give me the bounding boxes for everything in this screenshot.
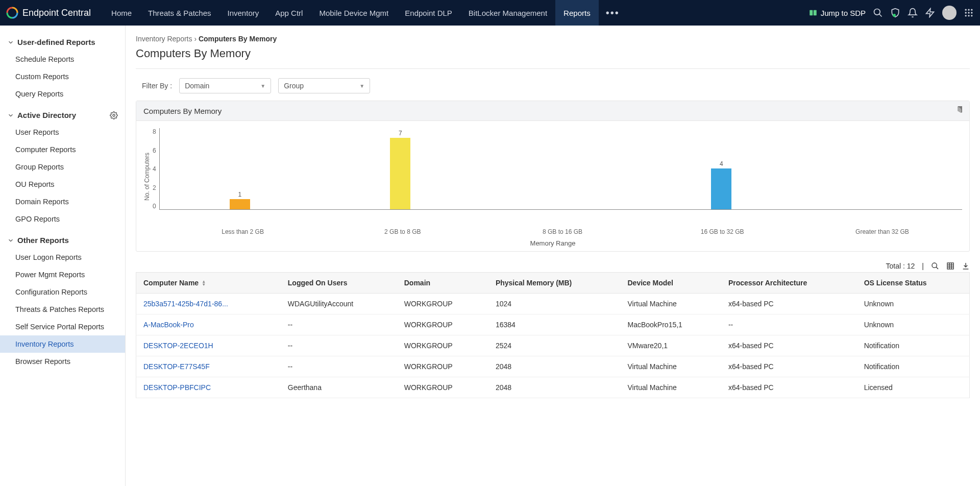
table-cell: Virtual Machine (620, 294, 721, 314)
sdp-icon (808, 8, 818, 17)
chart-body: No. of Computers 86420 174 Less than 2 G… (136, 121, 969, 251)
table-cell: Unknown (857, 314, 970, 335)
bar-value-label: 1 (238, 191, 242, 198)
col-physical-memory-mb-[interactable]: Physical Memory (MB) (488, 273, 621, 294)
nav-item-endpoint-dlp[interactable]: Endpoint DLP (397, 0, 460, 26)
shield-icon[interactable] (890, 8, 900, 18)
col-processor-architecture[interactable]: Processor Architecture (721, 273, 857, 294)
nav-item-threats-patches[interactable]: Threats & Patches (140, 0, 219, 26)
table-cell: x64-based PC (721, 294, 857, 314)
avatar[interactable] (942, 6, 957, 20)
sidebar-item-browser-reports[interactable]: Browser Reports (0, 353, 125, 370)
table-cell: Geerthana (281, 377, 397, 398)
svg-point-8 (971, 9, 972, 11)
brand[interactable]: Endpoint Central (6, 7, 91, 19)
gear-icon[interactable] (110, 111, 118, 119)
table-row: 25b3a571-425b-47d1-86...WDAGUtilityAccou… (136, 294, 970, 314)
sidebar-item-schedule-reports[interactable]: Schedule Reports (0, 51, 125, 68)
breadcrumb-parent[interactable]: Inventory Reports (136, 35, 192, 43)
breadcrumb-sep: › (194, 35, 199, 43)
nav-item-inventory[interactable]: Inventory (219, 0, 267, 26)
filter-label: Filter By : (142, 82, 172, 90)
chart-card-header: Computers By Memory (136, 101, 969, 121)
nav-more-icon[interactable]: ••• (599, 7, 627, 19)
chart-card: Computers By Memory No. of Computers 864… (136, 101, 970, 252)
sidebar-item-ou-reports[interactable]: OU Reports (0, 176, 125, 193)
col-os-license-status[interactable]: OS License Status (857, 273, 970, 294)
table-cell: -- (281, 335, 397, 356)
svg-point-14 (971, 15, 972, 16)
svg-point-11 (971, 12, 972, 13)
sidebar-item-threats-patches-reports[interactable]: Threats & Patches Reports (0, 301, 125, 318)
table-export-icon[interactable] (962, 262, 970, 270)
table-cell: Licensed (857, 377, 970, 398)
sidebar-item-self-service-portal-reports[interactable]: Self Service Portal Reports (0, 318, 125, 335)
computer-name-link[interactable]: DESKTOP-PBFCIPC (136, 377, 281, 398)
table-cell: WORKGROUP (397, 377, 488, 398)
divider (136, 68, 970, 69)
pie-chart-icon[interactable] (953, 106, 962, 115)
x-tick-label: 2 GB to 8 GB (323, 225, 482, 235)
bar[interactable] (390, 138, 410, 209)
table-row: DESKTOP-PBFCIPCGeerthanaWORKGROUP2048Vir… (136, 377, 970, 398)
computer-name-link[interactable]: 25b3a571-425b-47d1-86... (136, 294, 281, 314)
x-axis-ticks: Less than 2 GB2 GB to 8 GB8 GB to 16 GB1… (163, 225, 962, 235)
sidebar-section-other-reports[interactable]: Other Reports (0, 232, 125, 249)
table-columns-icon[interactable] (946, 262, 954, 270)
table-cell: x64-based PC (721, 335, 857, 356)
sidebar-section-user-defined-reports[interactable]: User-defined Reports (0, 34, 125, 51)
sidebar-item-power-mgmt-reports[interactable]: Power Mgmt Reports (0, 266, 125, 283)
sidebar-item-configuration-reports[interactable]: Configuration Reports (0, 283, 125, 301)
sidebar-item-custom-reports[interactable]: Custom Reports (0, 68, 125, 85)
bolt-icon[interactable] (925, 8, 935, 18)
bar[interactable] (711, 168, 731, 209)
sidebar-item-inventory-reports[interactable]: Inventory Reports (0, 335, 125, 353)
main-content: Inventory Reports › Computers By Memory … (126, 26, 980, 486)
bell-icon[interactable] (908, 8, 918, 18)
table-search-icon[interactable] (931, 262, 939, 270)
sidebar-item-query-reports[interactable]: Query Reports (0, 85, 125, 103)
col-logged-on-users[interactable]: Logged On Users (281, 273, 397, 294)
nav-item-bitlocker-management[interactable]: BitLocker Management (460, 0, 555, 26)
sidebar-item-domain-reports[interactable]: Domain Reports (0, 193, 125, 210)
table-cell: 2524 (488, 335, 621, 356)
svg-point-13 (968, 15, 969, 16)
nav-items: HomeThreats & PatchesInventoryApp CtrlMo… (103, 0, 808, 26)
nav-item-reports[interactable]: Reports (555, 0, 599, 26)
table-toolbar: Total : 12 | (136, 262, 970, 270)
filter-domain-select[interactable]: Domain ▼ (179, 78, 271, 93)
sidebar-item-gpo-reports[interactable]: GPO Reports (0, 210, 125, 228)
nav-item-home[interactable]: Home (103, 0, 140, 26)
sidebar-item-group-reports[interactable]: Group Reports (0, 158, 125, 176)
svg-line-17 (936, 267, 938, 269)
jump-to-sdp-button[interactable]: Jump to SDP (808, 8, 866, 17)
bar-slot: 7 (320, 130, 480, 209)
chart-card-title: Computers By Memory (143, 107, 222, 115)
sidebar-section-active-directory[interactable]: Active Directory (0, 107, 125, 124)
table-row: DESKTOP-2ECEO1H--WORKGROUP2524VMware20,1… (136, 335, 970, 356)
sidebar-item-user-reports[interactable]: User Reports (0, 124, 125, 141)
apps-grid-icon[interactable] (964, 8, 974, 18)
sidebar-item-computer-reports[interactable]: Computer Reports (0, 141, 125, 158)
y-tick: 0 (153, 203, 156, 210)
table-cell: Virtual Machine (620, 377, 721, 398)
svg-point-9 (965, 12, 967, 13)
svg-line-4 (879, 14, 882, 17)
computer-name-link[interactable]: A-MacBook-Pro (136, 314, 281, 335)
x-tick-label: Greater than 32 GB (802, 225, 962, 235)
filter-group-select[interactable]: Group ▼ (278, 78, 370, 93)
col-computer-name[interactable]: Computer Name▲▼ (136, 273, 281, 294)
bar[interactable] (230, 199, 250, 209)
nav-item-app-ctrl[interactable]: App Ctrl (267, 0, 311, 26)
computer-name-link[interactable]: DESKTOP-E77S45F (136, 356, 281, 377)
col-domain[interactable]: Domain (397, 273, 488, 294)
nav-item-mobile-device-mgmt[interactable]: Mobile Device Mgmt (311, 0, 397, 26)
table-cell: WORKGROUP (397, 314, 488, 335)
computer-name-link[interactable]: DESKTOP-2ECEO1H (136, 335, 281, 356)
col-device-model[interactable]: Device Model (620, 273, 721, 294)
search-icon[interactable] (873, 8, 883, 18)
y-tick: 2 (153, 184, 156, 191)
svg-point-16 (932, 263, 937, 268)
sort-icon[interactable]: ▲▼ (202, 280, 206, 286)
sidebar-item-user-logon-reports[interactable]: User Logon Reports (0, 249, 125, 266)
